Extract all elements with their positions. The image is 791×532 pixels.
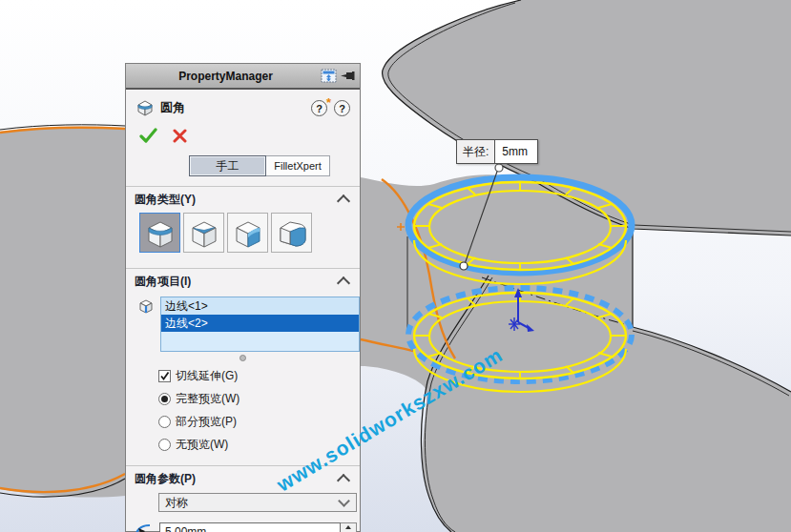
listbox-resize-handle[interactable] (239, 355, 246, 361)
help-icon[interactable]: ? (334, 100, 350, 116)
tab-manual[interactable]: 手工 (189, 155, 266, 176)
preview-full-radio[interactable] (158, 393, 171, 405)
auto-show-icon[interactable] (321, 69, 337, 83)
panel-titlebar: PropertyManager (126, 64, 360, 90)
radius-callout-value[interactable]: 5mm (495, 140, 537, 163)
profile-dropdown-value: 对称 (165, 495, 340, 511)
fillet-type-variable-button[interactable] (183, 213, 224, 253)
fillet-type-full-round-button[interactable] (271, 213, 312, 253)
radius-icon (134, 521, 155, 532)
chevron-up-icon (337, 276, 350, 290)
list-item-edge2[interactable]: 边线<2> (161, 315, 359, 332)
radius-callout[interactable]: 半径: 5mm (456, 139, 538, 164)
edge-selection-icon (136, 297, 156, 316)
section-fillet-items-label: 圆角项目(I) (135, 274, 339, 290)
cancel-button[interactable] (173, 129, 187, 143)
fillet-type-constant-button[interactable] (139, 213, 180, 253)
section-fillet-type-label: 圆角类型(Y) (135, 192, 339, 208)
whats-new-help-icon[interactable]: ?* (311, 100, 327, 116)
section-fillet-type-header[interactable]: 圆角类型(Y) (126, 187, 360, 211)
radius-spinner (341, 522, 357, 532)
preview-partial-label: 部分预览(P) (176, 414, 237, 430)
profile-dropdown[interactable]: 对称 (158, 493, 357, 512)
list-item-edge1[interactable]: 边线<1> (161, 297, 359, 315)
triangle-up-icon (345, 525, 351, 529)
chevron-up-icon (337, 194, 350, 208)
radius-input[interactable]: 5.00mm (159, 522, 341, 532)
pin-icon[interactable] (340, 69, 356, 83)
radius-callout-label: 半径: (457, 140, 495, 163)
chevron-up-icon (337, 474, 350, 487)
confirm-row (126, 117, 360, 146)
tangent-propagation-checkbox[interactable] (158, 370, 171, 382)
spinner-up-button[interactable] (341, 523, 356, 532)
preview-none-radio[interactable] (158, 439, 171, 451)
edge-selection-row: 边线<1> 边线<2> (126, 293, 360, 352)
mode-tabs: 手工 FilletXpert (189, 155, 360, 176)
new-star-icon: * (326, 95, 331, 111)
tab-filletxpert[interactable]: FilletXpert (266, 155, 330, 176)
tangent-propagation-label: 切线延伸(G) (176, 368, 238, 384)
ok-button[interactable] (139, 128, 157, 143)
preview-partial-row: 部分预览(P) (158, 414, 360, 430)
feature-title: 圆角 (160, 99, 304, 116)
fillet-feature-icon (135, 98, 155, 117)
chevron-down-icon (338, 495, 350, 507)
fillet-type-buttons (126, 211, 360, 258)
viewport-3d[interactable] (0, 0, 791, 532)
fillet-type-face-button[interactable] (227, 213, 268, 253)
panel-title: PropertyManager (134, 70, 318, 83)
preview-partial-radio[interactable] (158, 416, 171, 428)
feature-header-row: 圆角 ?* ? (126, 90, 360, 117)
preview-none-label: 无预览(W) (176, 437, 228, 453)
tangent-propagation-row: 切线延伸(G) (158, 368, 360, 384)
edge-listbox[interactable]: 边线<1> 边线<2> (160, 297, 360, 352)
radius-row: 5.00mm (134, 521, 360, 532)
preview-full-row: 完整预览(W) (158, 391, 360, 407)
preview-full-label: 完整预览(W) (176, 391, 239, 407)
section-fillet-items-header[interactable]: 圆角项目(I) (126, 269, 360, 293)
